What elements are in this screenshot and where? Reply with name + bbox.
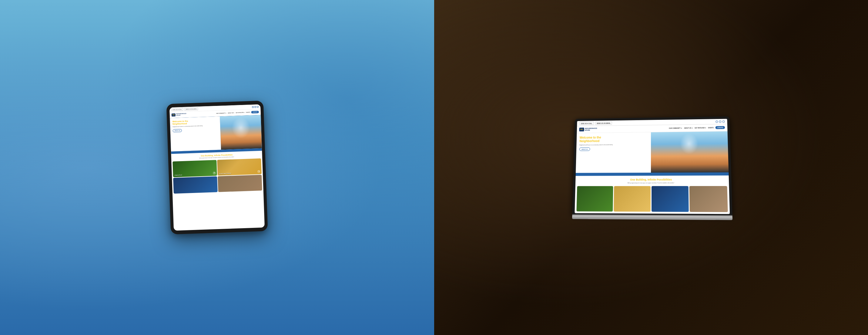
laptop-nav-about[interactable]: ABOUT US ∨ — [684, 127, 693, 129]
laptop-grid — [575, 186, 730, 214]
tablet-twitter-icon[interactable]: t — [254, 106, 256, 108]
tablet-hero-splash — [231, 117, 250, 139]
laptop-grid-item4[interactable] — [689, 186, 728, 212]
laptop-nav-involved[interactable]: GET INVOLVED ∨ — [694, 127, 706, 128]
laptop-instagram-icon[interactable]: i — [722, 120, 725, 122]
tablet-grid-infants-circle — [213, 172, 215, 174]
tablet-grid-school-circle — [257, 170, 260, 173]
tablet-device: GIVE US A CALL SEND US AN EMAIL f t i NH… — [166, 101, 268, 234]
tablet-grid: Infants-Pre-K School-Age Children — [171, 159, 264, 195]
tablet-topbar-links: GIVE US A CALL SEND US AN EMAIL — [171, 107, 198, 111]
laptop-send-email[interactable]: SEND US AN EMAIL — [595, 121, 612, 125]
tablet-give-us-call[interactable]: GIVE US A CALL — [171, 108, 183, 111]
laptop-grid-item2[interactable] — [614, 186, 651, 212]
laptop-section-subtitle: With programming for every age, we suppo… — [579, 182, 726, 184]
tablet-send-email[interactable]: SEND US AN EMAIL — [184, 107, 198, 111]
tablet-grid-item4[interactable] — [218, 175, 262, 192]
tablet-grid-school-label: School-Age Children — [219, 172, 231, 174]
tablet-screen: GIVE US A CALL SEND US AN EMAIL f t i NH… — [169, 104, 265, 231]
laptop-hero-text: Welcome to the Neighborhood Neighborhood… — [576, 132, 651, 173]
laptop-topbar-links: GIVE US A CALL SEND US AN EMAIL — [579, 121, 612, 125]
tablet-social-icons: f t i — [252, 106, 258, 108]
laptop-twitter-icon[interactable]: t — [719, 120, 721, 122]
right-panel: GIVE US A CALL SEND US AN EMAIL f t i NH — [434, 0, 868, 335]
tablet-grid-infants[interactable]: Infants-Pre-K — [173, 160, 217, 177]
tablet-grid-item3[interactable] — [173, 176, 218, 194]
tablet-nav-events[interactable]: EVENTS — [246, 112, 250, 113]
laptop-grid-item1[interactable] — [577, 186, 613, 212]
laptop-section: One Building, Infinite Possibilities Wit… — [576, 175, 729, 186]
laptop-section-title: One Building, Infinite Possibilities — [579, 178, 726, 181]
tablet-nav-links: OUR COMMUNITY ∨ ABOUT US ∨ GET INVOLVED … — [216, 111, 259, 115]
laptop-hero: Welcome to the Neighborhood Neighborhood… — [576, 131, 728, 173]
tablet-hero-image — [220, 115, 262, 149]
tablet-nav-community[interactable]: OUR COMMUNITY ∨ — [216, 113, 226, 114]
laptop-hero-image — [651, 131, 728, 172]
laptop-logo-abbr: NH — [579, 128, 584, 131]
laptop-hero-title: Welcome to the Neighborhood — [579, 135, 648, 143]
tablet-logo-name: NEIGHBORHOOD HOUSE — [176, 113, 186, 116]
laptop-about-button[interactable]: ABOUT US — [579, 147, 590, 151]
tablet-donate-button[interactable]: DONATE — [251, 111, 259, 113]
tablet-hero-text: Welcome to the Neighborhood Neighborhood… — [170, 116, 221, 151]
tablet-logo: NH NEIGHBORHOOD HOUSE — [171, 113, 186, 116]
tablet-grid-infants-label: Infants-Pre-K — [174, 174, 182, 176]
tablet-facebook-icon[interactable]: f — [252, 106, 254, 108]
laptop-donate-button[interactable]: DONATE — [715, 126, 725, 129]
laptop-grid-item3[interactable] — [652, 186, 689, 212]
laptop-nav-events[interactable]: EVENTS — [708, 127, 714, 128]
tablet-nav-involved[interactable]: GET INVOLVED ∨ — [236, 112, 245, 113]
tablet-grid-school[interactable]: School-Age Children — [217, 159, 261, 176]
laptop-device: GIVE US A CALL SEND US AN EMAIL f t i NH — [572, 116, 733, 220]
tablet-hero-subtitle: Neighborhood House is a community center… — [173, 125, 218, 128]
tablet-instagram-icon[interactable]: i — [257, 106, 258, 108]
laptop-facebook-icon[interactable]: f — [715, 120, 718, 122]
tablet-hero: Welcome to the Neighborhood Neighborhood… — [170, 115, 262, 151]
laptop-screen: GIVE US A CALL SEND US AN EMAIL f t i NH — [575, 119, 730, 214]
tablet-hero-title: Welcome to the Neighborhood — [172, 119, 217, 125]
tablet-grid-item3-overlay — [173, 176, 218, 194]
laptop-logo: NH NEIGHBORHOOD HOUSE — [579, 127, 597, 131]
laptop-hero-subtitle: Neighborhood House is a community center… — [579, 143, 648, 146]
laptop-social-icons: f t i — [715, 120, 725, 122]
laptop-hero-splash — [680, 133, 699, 154]
tablet-grid-item4-overlay — [218, 175, 262, 192]
laptop-give-us-call[interactable]: GIVE US A CALL — [579, 122, 594, 125]
laptop-logo-name: NEIGHBORHOOD HOUSE — [585, 128, 597, 131]
left-panel: GIVE US A CALL SEND US AN EMAIL f t i NH… — [0, 0, 434, 335]
laptop-nav-links: OUR COMMUNITY ∨ ABOUT US ∨ GET INVOLVED … — [669, 126, 725, 130]
tablet-logo-abbr: NH — [171, 113, 176, 116]
tablet-about-button[interactable]: ABOUT US — [173, 129, 182, 132]
laptop-screen-housing: GIVE US A CALL SEND US AN EMAIL f t i NH — [572, 116, 733, 215]
laptop-nav-community[interactable]: OUR COMMUNITY ∨ — [669, 127, 682, 129]
tablet-nav-about[interactable]: ABOUT US ∨ — [228, 112, 235, 114]
